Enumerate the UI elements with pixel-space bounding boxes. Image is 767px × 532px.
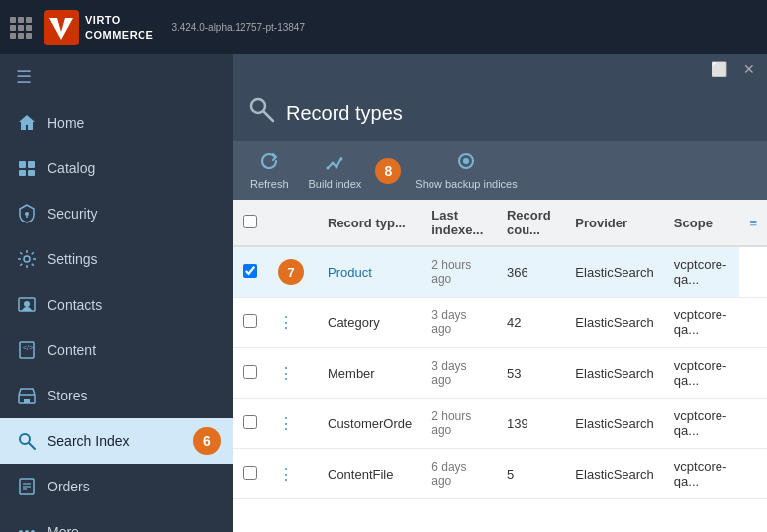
svg-point-6 [25,212,29,216]
svg-line-16 [29,443,35,449]
sidebar-label-security: Security [48,206,98,222]
close-button[interactable]: ✕ [739,59,759,79]
table-row: 7Product2 hours ago366ElasticSearchvcptc… [233,246,767,298]
table-area: Record typ... Last indexe... Record cou.… [233,200,767,532]
svg-rect-14 [24,399,30,403]
row-action-cell: ⋮ [268,298,318,348]
table-row: ⋮ContentFile6 days ago5ElasticSearchvcpt… [233,449,767,499]
home-icon [16,112,38,133]
row-last-indexed: 6 days ago [422,449,497,499]
svg-rect-4 [19,170,26,176]
row-scope: vcptcore-qa... [664,298,740,348]
content-area: ⬜ ✕ Record types Refresh [233,54,767,532]
build-index-icon [325,151,344,176]
sidebar-item-security[interactable]: Security [0,191,233,236]
search-index-badge: 6 [193,427,221,455]
svg-point-26 [327,167,330,170]
sidebar-item-catalog[interactable]: Catalog [0,145,233,191]
sidebar-label-content: Content [48,342,96,358]
svg-rect-3 [28,161,35,168]
col-toggle[interactable]: ≡ [739,200,767,246]
sidebar-label-search-index: Search Index [48,433,130,449]
sidebar-item-home[interactable]: Home [0,100,233,145]
show-backup-button[interactable]: Show backup indices [409,147,523,194]
row-record-count: 42 [497,298,565,348]
page-title: Record types [286,102,403,125]
row-scope: vcptcore-qa... [664,399,740,449]
show-backup-icon [456,151,476,176]
row-checkbox[interactable] [243,415,257,429]
sidebar-item-content[interactable]: </> Content [0,327,233,373]
refresh-button[interactable]: Refresh [244,147,295,194]
row-record-count: 366 [497,246,565,298]
sidebar-item-contacts[interactable]: Contacts [0,282,233,327]
select-all-checkbox[interactable] [243,215,257,228]
app-grid-icon[interactable] [10,17,32,39]
build-index-button[interactable]: Build index [303,147,368,194]
row-record-type: ContentFile [318,449,422,499]
row-record-count: 53 [497,348,565,399]
security-icon [16,203,38,224]
col-record-type: Record typ... [318,200,422,246]
col-scope: Scope [664,200,740,246]
row-checkbox[interactable] [243,314,257,328]
row-dot-menu[interactable]: ⋮ [278,314,294,331]
restore-button[interactable]: ⬜ [707,59,731,79]
table-row: ⋮Member3 days ago53ElasticSearchvcptcore… [233,348,767,399]
record-title-row: Record types [233,84,767,141]
row-record-count: 139 [497,399,565,449]
row-provider: ElasticSearch [565,298,663,348]
row-dot-menu[interactable]: ⋮ [278,365,294,382]
row-checkbox[interactable] [243,365,257,379]
row-checkbox-cell [233,399,268,449]
sidebar-item-settings[interactable]: Settings [0,236,233,282]
more-icon [16,521,38,532]
row-dot-menu[interactable]: ⋮ [278,466,294,483]
col-actions [268,200,318,246]
sidebar-toggle[interactable]: ☰ [0,54,233,100]
sidebar-item-orders[interactable]: Orders [0,464,233,509]
row-action-cell: ⋮ [268,399,318,449]
contacts-icon [16,294,38,315]
row-scope: vcptcore-qa... [664,246,740,298]
row-record-type: Product [318,246,422,298]
svg-rect-0 [44,10,79,45]
show-backup-label: Show backup indices [415,178,517,190]
svg-point-29 [340,158,343,161]
row-badge: 7 [278,259,304,285]
sidebar-label-settings: Settings [48,251,98,267]
version-text: 3.424.0-alpha.12757-pt-13847 [171,22,305,33]
sidebar-item-search-index[interactable]: Search Index 6 [0,418,233,464]
row-checkbox[interactable] [243,466,257,480]
row-dot-menu[interactable]: ⋮ [278,415,294,432]
row-last-indexed: 3 days ago [422,348,497,399]
sidebar: ☰ Home Catalog Security S [0,54,233,532]
row-provider: ElasticSearch [565,399,663,449]
refresh-icon [259,151,279,176]
logo: VIRTO COMMERCE [44,10,153,45]
row-record-type: Member [318,348,422,399]
sidebar-label-stores: Stores [48,388,87,403]
row-checkbox[interactable] [243,264,257,278]
sidebar-item-stores[interactable]: Stores [0,373,233,418]
search-index-icon [16,430,38,452]
svg-rect-2 [19,161,26,168]
record-types-icon [248,96,276,130]
row-record-count: 5 [497,449,565,499]
stores-icon [16,385,38,406]
sidebar-item-more[interactable]: More [0,509,233,532]
main-layout: ☰ Home Catalog Security S [0,54,767,532]
sidebar-label-orders: Orders [48,479,90,494]
top-header: VIRTO COMMERCE 3.424.0-alpha.12757-pt-13… [0,0,767,54]
svg-point-28 [336,166,338,169]
table-row: ⋮Category3 days ago42ElasticSearchvcptco… [233,298,767,348]
build-index-badge: 8 [375,158,401,184]
toolbar: Refresh Build index 8 Show backup indice… [233,141,767,200]
sidebar-label-home: Home [48,115,84,131]
col-last-indexed: Last indexe... [422,200,497,246]
table-row: ⋮CustomerOrde2 hours ago139ElasticSearch… [233,399,767,449]
window-control-bar: ⬜ ✕ [233,54,767,84]
row-action-cell: 7 [268,246,318,298]
col-select [233,200,268,246]
row-last-indexed: 2 hours ago [422,246,497,298]
